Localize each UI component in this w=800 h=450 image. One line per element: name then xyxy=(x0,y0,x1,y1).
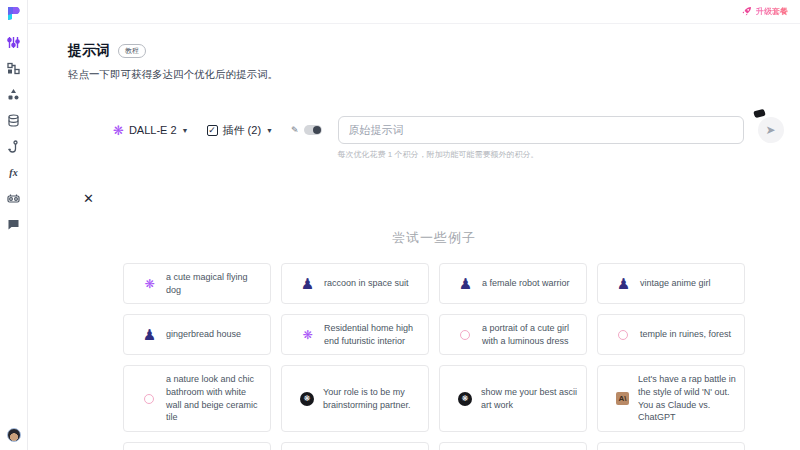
database-icon[interactable] xyxy=(7,113,21,127)
arena-icon[interactable] xyxy=(7,87,21,101)
pawn-indigo: ♟ xyxy=(142,327,157,342)
example-card[interactable]: ❋a cute magical flying dog xyxy=(123,263,271,304)
ring-pink xyxy=(618,330,628,340)
flow-icon[interactable] xyxy=(7,61,21,75)
chat-icon[interactable] xyxy=(7,217,21,231)
prompt-input[interactable] xyxy=(338,116,744,144)
example-text: vintage anime girl xyxy=(640,277,711,290)
upgrade-label: 升级套餐 xyxy=(756,6,788,17)
sidebar: fx xyxy=(0,0,28,450)
example-card[interactable]: temple in ruines, forest xyxy=(597,314,745,355)
plugins-select[interactable]: ✓ 插件 (2) ▼ xyxy=(207,116,273,144)
main-content: 提示词 教程 轻点一下即可获得多达四个优化后的提示词。 ❋ DALL-E 2 ▼… xyxy=(28,24,800,450)
pawn-indigo: ♟ xyxy=(616,276,631,291)
binoculars-icon[interactable] xyxy=(7,191,21,205)
chevron-down-icon: ▼ xyxy=(266,127,273,134)
example-card[interactable]: ♟a female robot warrior xyxy=(439,263,587,304)
example-card[interactable]: ❋请告诉我以下陈述是否包含时代错误：在盟军轰炸硫磺岛海滩期间，拉尔夫大声... xyxy=(597,442,745,450)
example-text: Your role is to be my brainstorming part… xyxy=(323,386,420,411)
send-button[interactable]: ➤ xyxy=(758,117,784,143)
promptperfect-logo[interactable] xyxy=(6,6,21,21)
ring-pink xyxy=(460,330,470,340)
example-text: show me your best ascii art work xyxy=(481,386,578,411)
sidebar-nav: fx xyxy=(7,35,21,231)
prompt-input-wrap: 每次优化花费 1 个积分，附加功能可能需要额外的积分。 xyxy=(338,116,744,160)
example-card[interactable]: A\Alice, Bob, and Claire are playing a g… xyxy=(281,442,429,450)
page-subtitle: 轻点一下即可获得多达四个优化后的提示词。 xyxy=(68,68,800,82)
example-text: raccoon in space suit xyxy=(324,277,409,290)
upgrade-button[interactable]: 升级套餐 xyxy=(742,4,788,19)
example-card[interactable]: a portrait of a cute girl with a luminou… xyxy=(439,314,587,355)
example-card[interactable]: a nature look and chic bathroom with whi… xyxy=(123,365,271,431)
mode-toggle-group: ✎ xyxy=(291,116,322,144)
close-icon[interactable]: ✕ xyxy=(83,192,97,205)
example-text: temple in ruines, forest xyxy=(640,328,731,341)
openai-flower-purple: ❋ xyxy=(300,327,315,342)
plugins-label: 插件 (2) xyxy=(223,123,262,138)
example-card[interactable]: ♟gingerbread house xyxy=(123,314,271,355)
composer: ❋ DALL-E 2 ▼ ✓ 插件 (2) ▼ ✎ 每次优化花费 1 个积分，附… xyxy=(113,116,800,160)
example-card[interactable]: ❋show me your best ascii art work xyxy=(439,365,587,431)
plugins-checkbox[interactable]: ✓ xyxy=(207,125,218,136)
example-card[interactable]: A\Tell me you have boyfriend without tel… xyxy=(123,442,271,450)
pawn-indigo: ♟ xyxy=(458,276,473,291)
tutorial-badge[interactable]: 教程 xyxy=(118,44,146,57)
ring-pink xyxy=(144,394,154,404)
topbar: 升级套餐 xyxy=(28,0,800,24)
paper-plane-icon: ➤ xyxy=(766,123,776,137)
example-text: Let's have a rap battle in the style of … xyxy=(638,373,736,423)
example-text: a cute magical flying dog xyxy=(166,271,262,296)
chatgpt-black: ❋ xyxy=(458,392,472,406)
mode-toggle[interactable] xyxy=(304,125,322,135)
example-text: a female robot warrior xyxy=(482,277,570,290)
anthropic-tan: A\ xyxy=(616,392,629,405)
openai-flower-purple: ❋ xyxy=(142,276,157,291)
example-text: gingerbread house xyxy=(166,328,241,341)
example-card[interactable]: ♟vintage anime girl xyxy=(597,263,745,304)
model-label: DALL-E 2 xyxy=(129,124,177,136)
example-card[interactable]: ♟raccoon in space suit xyxy=(281,263,429,304)
send-wrap: ➤ xyxy=(758,116,784,143)
hook-icon[interactable] xyxy=(7,139,21,153)
example-card[interactable]: ❋Residential home high end futuristic in… xyxy=(281,314,429,355)
user-avatar[interactable] xyxy=(7,428,21,442)
tune-icon[interactable] xyxy=(7,35,21,49)
example-text: a portrait of a cute girl with a luminou… xyxy=(482,322,578,347)
example-card[interactable]: ❋create a story with only words less tha… xyxy=(439,442,587,450)
ink-blob-decoration xyxy=(753,109,765,118)
example-text: a nature look and chic bathroom with whi… xyxy=(166,373,262,423)
openai-model-icon: ❋ xyxy=(113,124,124,137)
pawn-indigo: ♟ xyxy=(300,276,315,291)
examples-heading: 尝试一些例子 xyxy=(68,229,800,247)
chevron-down-icon: ▼ xyxy=(182,127,189,134)
function-icon[interactable]: fx xyxy=(7,165,21,179)
chatgpt-black: ❋ xyxy=(300,392,314,406)
pen-icon: ✎ xyxy=(291,125,299,135)
example-text: Residential home high end futuristic int… xyxy=(324,322,420,347)
app-window: fx xyxy=(0,0,800,450)
example-card[interactable]: ❋Your role is to be my brainstorming par… xyxy=(281,365,429,431)
model-select[interactable]: ❋ DALL-E 2 ▼ xyxy=(113,116,189,144)
example-card[interactable]: A\Let's have a rap battle in the style o… xyxy=(597,365,745,431)
examples-grid: ❋a cute magical flying dog♟raccoon in sp… xyxy=(123,263,745,450)
credit-note: 每次优化花费 1 个积分，附加功能可能需要额外的积分。 xyxy=(338,149,744,160)
rocket-icon xyxy=(742,4,752,19)
page-title: 提示词 教程 xyxy=(68,42,800,60)
